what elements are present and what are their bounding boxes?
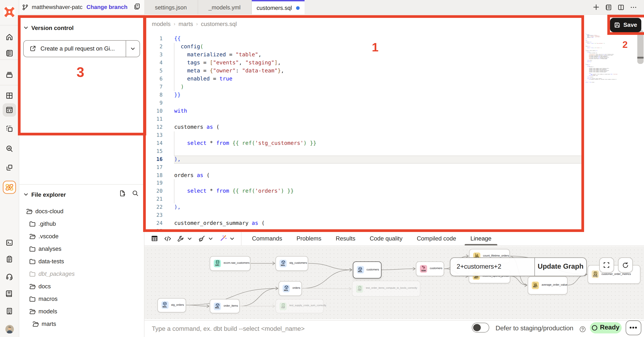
- code-line-9[interactable]: 9: [144, 99, 644, 107]
- help-icon[interactable]: [580, 326, 586, 332]
- bottom-tab-compiled-code[interactable]: Compiled code: [410, 232, 463, 245]
- lineage-node-stg_customers[interactable]: MDLstg_customers: [276, 256, 308, 271]
- sidebar-item-models[interactable]: models: [19, 305, 144, 318]
- broom-icon[interactable]: [198, 235, 205, 242]
- refresh-graph-button[interactable]: [618, 258, 632, 273]
- rail-item-visual-editor[interactable]: [3, 122, 16, 135]
- minimap[interactable]: {{ config( materialized = "table", tags …: [586, 33, 626, 100]
- lineage-node-avg_order[interactable]: METaverage_order_value: [528, 276, 568, 294]
- code-line-6[interactable]: 6 enabled = true: [144, 75, 644, 83]
- lineage-node-stg_orders[interactable]: MDLstg_orders: [157, 298, 186, 312]
- file-explorer-header[interactable]: File explorer: [23, 190, 66, 199]
- lineage-query-input[interactable]: 2+customers+2: [450, 258, 534, 276]
- code-line-8[interactable]: 8}}: [144, 91, 644, 99]
- code-line-21[interactable]: 21: [144, 196, 644, 204]
- code-line-12[interactable]: 12customers as (: [144, 123, 644, 131]
- lineage-node-raw_customers[interactable]: SRCecom.raw_customers: [210, 256, 250, 271]
- bottom-tab-results[interactable]: Results: [328, 232, 362, 245]
- code-line-7[interactable]: 7 ): [144, 83, 644, 91]
- command-more-button[interactable]: [626, 320, 641, 335]
- lineage-node-test_supply[interactable]: TSTtest_supply_costs_sum_correctly: [276, 299, 324, 313]
- code-line-20[interactable]: 20 select * from {{ ref('orders') }}: [144, 188, 644, 196]
- wand-icon[interactable]: [219, 235, 226, 243]
- breadcrumb-item[interactable]: marts: [178, 20, 193, 27]
- tab-settings-json[interactable]: settings.json: [144, 0, 198, 14]
- editor-scrollbar[interactable]: [637, 30, 644, 64]
- code-line-19[interactable]: 19: [144, 179, 644, 188]
- rail-item-organization[interactable]: [3, 304, 16, 318]
- code-line-3[interactable]: 3 materialized = "table",: [144, 51, 644, 59]
- code-line-18[interactable]: 18orders as (: [144, 171, 644, 179]
- more-options-icon[interactable]: [630, 4, 637, 10]
- sidebar-item--vscode[interactable]: .vscode: [19, 230, 144, 243]
- chevron-down-icon[interactable]: [208, 236, 213, 241]
- lineage-node-order_items[interactable]: MDLorder_items: [210, 299, 240, 313]
- file-index-icon[interactable]: [605, 4, 612, 10]
- sidebar-item-analyses[interactable]: analyses: [19, 243, 144, 255]
- wrench-icon[interactable]: [177, 235, 184, 242]
- code-line-14[interactable]: 14 select * from {{ ref('stg_customers')…: [144, 139, 644, 147]
- code-line-24[interactable]: 24customer_orders_summary as (: [144, 219, 644, 228]
- fullscreen-button[interactable]: [599, 258, 614, 273]
- rail-item-terminal[interactable]: [3, 236, 16, 249]
- dbt-logo-icon[interactable]: [3, 5, 16, 19]
- sidebar-item--github[interactable]: .github: [19, 217, 144, 230]
- code-line-17[interactable]: 17: [144, 163, 644, 171]
- code-line-13[interactable]: 13: [144, 131, 644, 139]
- rail-item-code-editor[interactable]: [3, 103, 16, 116]
- tab--models-yml[interactable]: _models.yml: [198, 0, 252, 14]
- sidebar-item-docs[interactable]: docs: [19, 280, 144, 293]
- lineage-node-customers_sem[interactable]: SEMcustomers: [416, 262, 444, 276]
- code-line-25[interactable]: 25: [144, 228, 644, 232]
- sidebar-item-data-tests[interactable]: data-tests: [19, 255, 144, 268]
- code-line-1[interactable]: 1{{: [144, 35, 644, 43]
- chevron-down-icon[interactable]: [229, 236, 234, 241]
- sidebar-item-macros[interactable]: macros: [19, 293, 144, 305]
- code-tag-icon[interactable]: [164, 235, 171, 242]
- create-pr-button[interactable]: Create a pull request on Gi...: [23, 40, 140, 57]
- rail-item-insights[interactable]: [3, 142, 16, 155]
- rail-item-docs[interactable]: [3, 287, 16, 300]
- breadcrumb-item[interactable]: models: [152, 20, 170, 27]
- change-branch-link[interactable]: Change branch: [86, 4, 128, 10]
- tab-customers-sql[interactable]: customers.sql: [252, 0, 304, 14]
- table-icon[interactable]: [150, 235, 158, 243]
- chevron-down-icon[interactable]: [187, 236, 192, 241]
- bottom-tab-problems[interactable]: Problems: [289, 232, 328, 245]
- new-file-icon[interactable]: [119, 190, 126, 196]
- defer-toggle[interactable]: [472, 323, 489, 332]
- rail-item-archive[interactable]: [3, 68, 16, 81]
- rail-item-logs[interactable]: [3, 253, 16, 266]
- code-area[interactable]: 1{{2 config(3 materialized = "table",4 t…: [144, 35, 644, 232]
- sidebar-item-dbt-packages[interactable]: dbt_packages: [19, 268, 144, 280]
- breadcrumb-item[interactable]: customers.sql: [201, 20, 237, 27]
- bottom-tab-lineage[interactable]: Lineage: [463, 232, 499, 245]
- pr-options-dropdown[interactable]: [126, 40, 139, 56]
- code-line-4[interactable]: 4 tags = ["events", "staging"],: [144, 59, 644, 67]
- copy-branch-icon[interactable]: [134, 3, 140, 11]
- rail-item-apps[interactable]: [3, 161, 16, 174]
- rail-item-home[interactable]: [3, 30, 16, 44]
- save-button[interactable]: Save: [610, 18, 641, 32]
- command-input[interactable]: Type a command, ex. dbt build --select <…: [152, 320, 304, 337]
- rail-item-support[interactable]: [3, 270, 16, 283]
- code-line-5[interactable]: 5 meta = {"owner": "data-team"},: [144, 67, 644, 75]
- sidebar-item-docs-cloud[interactable]: docs-cloud: [19, 205, 144, 217]
- rail-item-dbt-copilot[interactable]: [3, 181, 16, 194]
- rail-item-dashboard[interactable]: [3, 89, 16, 102]
- code-line-22[interactable]: 22),: [144, 204, 644, 212]
- sidebar-item-marts[interactable]: marts: [19, 318, 144, 330]
- code-line-16[interactable]: 16),: [144, 155, 644, 163]
- new-tab-icon[interactable]: [593, 4, 599, 10]
- minimap-slider[interactable]: [637, 57, 644, 58]
- code-line-15[interactable]: 15: [144, 147, 644, 155]
- lineage-canvas[interactable]: SRCecom.raw_customersMDLstg_customersMDL…: [144, 246, 644, 319]
- code-line-23[interactable]: 23: [144, 212, 644, 220]
- code-line-2[interactable]: 2 config(: [144, 43, 644, 51]
- split-editor-icon[interactable]: [618, 4, 624, 10]
- search-files-icon[interactable]: [132, 190, 138, 196]
- version-control-header[interactable]: Version control: [23, 23, 74, 32]
- bottom-tab-commands[interactable]: Commands: [245, 232, 289, 245]
- rail-item-notebook[interactable]: [3, 46, 16, 60]
- code-line-10[interactable]: 10with: [144, 107, 644, 115]
